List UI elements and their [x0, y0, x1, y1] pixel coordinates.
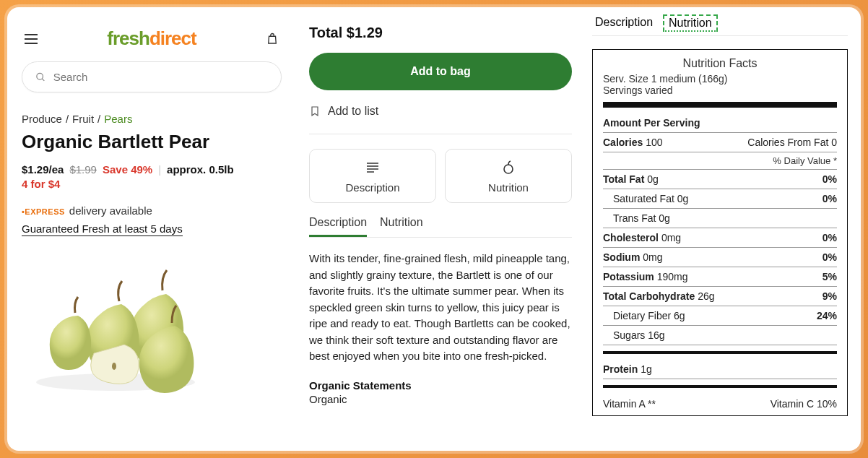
description-icon	[316, 160, 430, 176]
nf-dv-header: % Daily Value *	[603, 152, 837, 170]
nf-sod-p: 0%	[823, 251, 837, 263]
tab-description[interactable]: Description	[309, 216, 367, 237]
product-title: Organic Bartlett Pear	[22, 131, 282, 153]
nf-sug: Sugars 16g	[613, 329, 665, 341]
nf-cal-l: Calories	[603, 137, 643, 148]
svg-point-8	[504, 165, 513, 173]
nf-pot-p: 5%	[823, 271, 837, 282]
nf-cff: Calories From Fat 0	[747, 137, 837, 148]
menu-icon[interactable]	[25, 34, 38, 44]
nf-prot-v: 1g	[641, 363, 652, 375]
price-deal: 4 for $4	[22, 178, 282, 190]
crumb-fruit[interactable]: Fruit	[72, 113, 94, 125]
nf-title: Nutrition Facts	[603, 57, 837, 70]
price-approx: approx. 0.5lb	[167, 163, 234, 176]
add-to-list-button[interactable]: Add to list	[309, 105, 572, 118]
nf-tfat-l: Total Fat	[603, 173, 644, 185]
express-badge: •EXPRESS	[22, 207, 65, 216]
product-description: With its tender, fine-grained flesh, mil…	[309, 251, 572, 365]
nf-sfat: Saturated Fat 0g	[613, 193, 688, 204]
crumb-produce[interactable]: Produce	[22, 113, 62, 125]
nf-tfat-p: 0%	[823, 173, 837, 185]
total-price: Total $1.29	[309, 25, 572, 41]
product-image	[22, 258, 282, 395]
nf-sod-l: Sodium	[603, 251, 640, 263]
svg-line-1	[42, 78, 44, 80]
nf-aps: Amount Per Serving	[603, 117, 700, 129]
nf-tfat-v: 0g	[647, 173, 659, 185]
nutrition-icon	[451, 160, 565, 176]
nf-trans: Trans Fat 0g	[613, 212, 670, 224]
nf-cal-v: 100	[646, 137, 662, 148]
price-old: $1.99	[69, 163, 97, 176]
logo[interactable]: freshdirect	[107, 27, 196, 50]
tab-nutrition[interactable]: Nutrition	[380, 216, 423, 237]
nf-chol-v: 0mg	[661, 232, 681, 243]
add-to-list-label: Add to list	[328, 105, 378, 118]
add-to-bag-button[interactable]: Add to bag	[309, 53, 572, 90]
freshness-guarantee[interactable]: Guaranteed Fresh at least 5 days	[22, 222, 183, 236]
nf-vitc: Vitamin C 10%	[771, 398, 837, 410]
price-save: Save 49%	[103, 163, 152, 176]
nf-pot-v: 190mg	[657, 271, 688, 282]
price-each: $1.29/ea	[22, 163, 64, 176]
nf-fib: Dietary Fiber 6g	[613, 310, 685, 321]
delivery-line: •EXPRESSdelivery available	[22, 204, 282, 217]
nf-chol-l: Cholesterol	[603, 232, 659, 243]
nf-carb-l: Total Carbohydrate	[603, 290, 695, 302]
organic-value: Organic	[309, 393, 572, 405]
bag-icon[interactable]	[266, 33, 279, 46]
nf-carb-v: 26g	[698, 290, 714, 302]
bookmark-icon	[309, 105, 321, 118]
search-field[interactable]	[53, 71, 268, 83]
nf-prot-l: Protein	[603, 363, 638, 375]
nutrition-card-button[interactable]: Nutrition	[445, 149, 572, 203]
right-tab-description[interactable]: Description	[592, 14, 656, 32]
svg-point-3	[112, 363, 116, 370]
nf-vita: Vitamin A **	[603, 398, 656, 410]
organic-heading: Organic Statements	[309, 379, 572, 392]
breadcrumb: Produce/Fruit/Pears	[22, 113, 282, 125]
nf-sfat-p: 0%	[823, 193, 837, 204]
logo-part1: fresh	[107, 27, 149, 49]
crumb-pears[interactable]: Pears	[104, 113, 132, 125]
nf-carb-p: 9%	[823, 290, 837, 302]
nutrition-facts-panel: Nutrition Facts Serv. Size 1 medium (166…	[592, 49, 848, 416]
delivery-text: delivery available	[69, 204, 152, 217]
desc-card-label: Description	[345, 181, 399, 194]
nf-pot-l: Potassium	[603, 271, 654, 282]
nf-serving-size: Serv. Size 1 medium (166g)	[603, 73, 837, 85]
logo-part2: direct	[149, 27, 196, 49]
price-line: $1.29/ea $1.99 Save 49% | approx. 0.5lb	[22, 163, 282, 176]
nut-card-label: Nutrition	[488, 181, 529, 194]
nf-chol-p: 0%	[823, 232, 837, 243]
svg-point-0	[37, 73, 43, 79]
description-card-button[interactable]: Description	[309, 149, 436, 203]
nf-sod-v: 0mg	[643, 251, 662, 263]
nf-fib-p: 24%	[817, 310, 837, 321]
nf-servings: Servings varied	[603, 85, 837, 96]
search-icon	[35, 72, 46, 83]
search-input[interactable]	[22, 61, 282, 92]
right-tab-nutrition[interactable]: Nutrition	[663, 14, 718, 32]
